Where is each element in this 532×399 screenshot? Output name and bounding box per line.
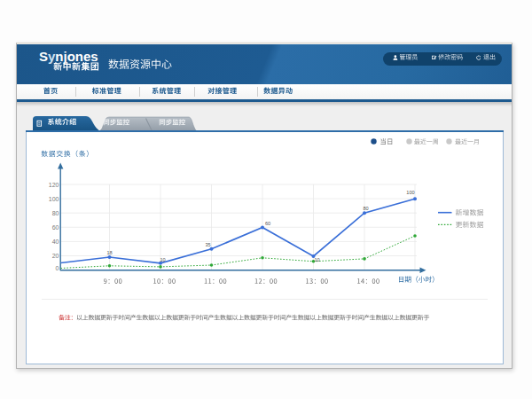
svg-text:100: 100	[406, 190, 414, 195]
svg-text:0: 0	[56, 265, 59, 271]
svg-text:60: 60	[52, 224, 59, 231]
svg-text:18: 18	[106, 250, 112, 255]
svg-text:100: 100	[49, 196, 59, 202]
svg-text:80: 80	[363, 206, 368, 211]
svg-text:80: 80	[52, 210, 59, 216]
svg-text:10: 10	[160, 257, 165, 262]
svg-text:40: 40	[52, 239, 59, 245]
svg-text:35: 35	[205, 242, 210, 247]
svg-text:120: 120	[49, 182, 59, 188]
svg-text:10: 10	[314, 257, 319, 262]
svg-text:20: 20	[52, 253, 59, 259]
svg-text:60: 60	[265, 221, 270, 226]
